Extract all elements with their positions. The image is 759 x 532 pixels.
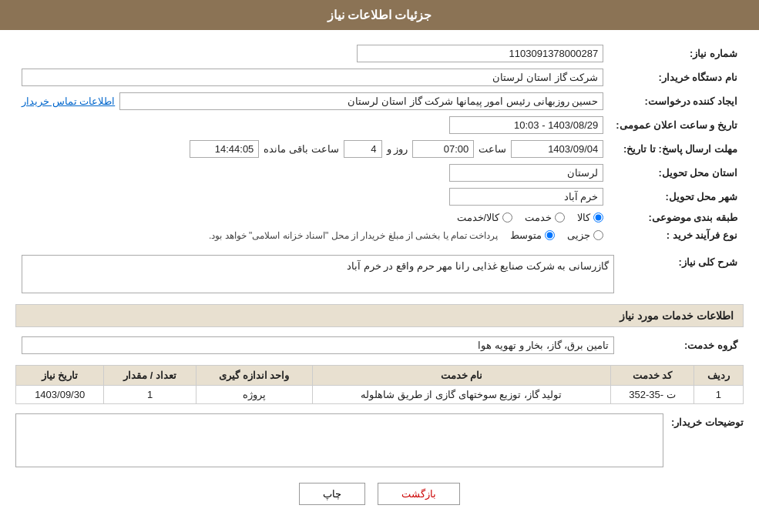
category-kala-khadamat[interactable]: کالا/خدمت [457, 212, 513, 223]
days-label: روز و [387, 143, 408, 155]
announce-datetime-label: تاریخ و ساعت اعلان عمومی: [610, 113, 744, 137]
purchase-type-label: نوع فرآیند خرید : [610, 226, 744, 244]
col-date: تاریخ نیاز [16, 366, 104, 386]
province-value: لرستان [449, 164, 603, 182]
send-time-label: ساعت [479, 143, 506, 155]
requester-label: ایجاد کننده درخواست: [610, 89, 744, 113]
remaining-label: ساعت باقی مانده [264, 143, 338, 155]
need-number-value: 1103091378000287 [357, 45, 603, 62]
buyer-notes-value [15, 413, 663, 467]
category-khadamat-radio[interactable] [555, 212, 565, 223]
cell-name: تولید گاز، توزیع سوختهای گازی از طریق شا… [312, 386, 611, 404]
cell-code: ت -35-352 [611, 386, 694, 404]
page-header: جزئیات اطلاعات نیاز [0, 0, 759, 30]
cell-unit: پروژه [196, 386, 312, 404]
category-radio-group: کالا خدمت کالا/خدمت [22, 212, 603, 223]
table-row: 1ت -35-352تولید گاز، توزیع سوختهای گازی … [16, 386, 744, 404]
buyer-notes-section: توضیحات خریدار: [15, 413, 744, 467]
purchase-type-jozvi-label: جزیی [567, 229, 590, 241]
action-buttons: بازگشت چاپ [15, 483, 744, 520]
category-kala-khadamat-label: کالا/خدمت [457, 212, 500, 223]
category-kala-radio[interactable] [593, 212, 603, 223]
purchase-type-radio-group: جزیی متوسط [510, 229, 603, 241]
purchase-type-jozvi[interactable]: جزیی [567, 229, 603, 241]
col-code: کد خدمت [611, 366, 694, 386]
category-label: طبقه بندی موضوعی: [610, 209, 744, 226]
requester-value: حسین روزبهانی رئیس امور پیمانها شرکت گاز… [119, 92, 603, 110]
cell-date: 1403/09/30 [16, 386, 104, 404]
col-unit: واحد اندازه گیری [196, 366, 312, 386]
category-kala-label: کالا [577, 212, 590, 223]
province-label: استان محل تحویل: [610, 161, 744, 185]
purchase-type-motavasset[interactable]: متوسط [510, 229, 555, 241]
purchase-type-jozvi-radio[interactable] [593, 230, 603, 240]
buyer-org-value: شرکت گاز استان لرستان [22, 69, 603, 86]
need-description-value: گازرسانی به شرکت صنایع غذایی رانا مهر حر… [22, 255, 614, 293]
purchase-type-motavasset-label: متوسط [510, 229, 542, 241]
need-number-label: شماره نیاز: [610, 42, 744, 65]
send-date-value: 1403/09/04 [511, 140, 603, 158]
city-value: خرم آباد [449, 188, 603, 206]
back-button[interactable]: بازگشت [378, 483, 460, 505]
category-khadamat-label: خدمت [525, 212, 552, 223]
header-title: جزئیات اطلاعات نیاز [327, 8, 432, 22]
send-deadline-label: مهلت ارسال پاسخ: تا تاریخ: [610, 137, 744, 161]
service-group-value: تامین برق، گاز، بخار و تهویه هوا [22, 336, 614, 354]
col-quantity: تعداد / مقدار [104, 366, 196, 386]
requester-contact-link[interactable]: اطلاعات تماس خریدار [22, 95, 115, 107]
print-button[interactable]: چاپ [299, 483, 365, 505]
remaining-value: 14:44:05 [190, 140, 259, 158]
services-table: ردیف کد خدمت نام خدمت واحد اندازه گیری ت… [15, 365, 744, 404]
buyer-notes-label: توضیحات خریدار: [671, 413, 744, 428]
cell-row: 1 [694, 386, 743, 404]
category-kala[interactable]: کالا [577, 212, 603, 223]
city-label: شهر محل تحویل: [610, 185, 744, 209]
category-khadamat[interactable]: خدمت [525, 212, 565, 223]
category-kala-khadamat-radio[interactable] [502, 212, 512, 223]
purchase-type-motavasset-radio[interactable] [545, 230, 555, 240]
buyer-org-label: نام دستگاه خریدار: [610, 65, 744, 89]
services-section-title: اطلاعات خدمات مورد نیاز [15, 304, 744, 327]
col-row: ردیف [694, 366, 743, 386]
send-time-value: 07:00 [412, 140, 474, 158]
cell-quantity: 1 [104, 386, 196, 404]
service-group-label: گروه خدمت: [620, 333, 744, 357]
days-value: 4 [344, 140, 382, 158]
col-name: نام خدمت [312, 366, 611, 386]
announce-datetime-value: 1403/08/29 - 10:03 [449, 116, 603, 134]
need-description-label: شرح کلی نیاز: [620, 252, 744, 296]
purchase-type-note: پرداخت تمام یا بخشی از مبلغ خریدار از مح… [209, 230, 498, 241]
